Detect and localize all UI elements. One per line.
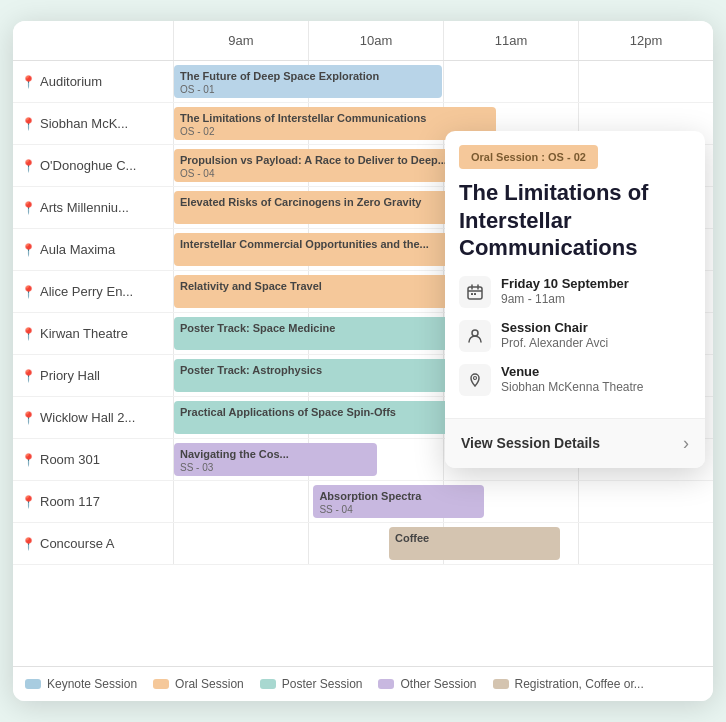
pin-icon: 📍 <box>21 453 36 467</box>
pin-icon: 📍 <box>21 75 36 89</box>
popup-card: Oral Session : OS - 02 The Limitations o… <box>445 131 705 468</box>
pin-icon: 📍 <box>21 537 36 551</box>
venue-label: Auditorium <box>40 74 102 89</box>
venue-label: Alice Perry En... <box>40 284 133 299</box>
chevron-right-icon: › <box>683 433 689 454</box>
legend-oral: Oral Session <box>153 677 244 691</box>
venue-arts: 📍 Arts Millenniu... <box>13 187 173 228</box>
pin-icon: 📍 <box>21 117 36 131</box>
venue-alice: 📍 Alice Perry En... <box>13 271 173 312</box>
session-auditorium[interactable]: The Future of Deep Space Exploration OS … <box>174 65 442 98</box>
session-code: OS - 02 <box>180 126 490 137</box>
schedule-area: 9am 10am 11am 12pm 📍 Auditorium <box>13 21 713 666</box>
registration-label: Registration, Coffee or... <box>515 677 644 691</box>
venue-label: Arts Millenniu... <box>40 200 129 215</box>
legend-keynote: Keynote Session <box>25 677 137 691</box>
legend-registration: Registration, Coffee or... <box>493 677 644 691</box>
session-title: Propulsion vs Payload: A Race to Deliver… <box>180 153 463 167</box>
legend-poster: Poster Session <box>260 677 363 691</box>
session-room117[interactable]: Absorption Spectra SS - 04 <box>313 485 484 518</box>
session-wicklow[interactable]: Practical Applications of Space Spin-Off… <box>174 401 485 434</box>
pin-icon: 📍 <box>21 369 36 383</box>
calendar-icon <box>459 276 491 308</box>
venue-col-header <box>13 21 173 60</box>
venue-siobhan: 📍 Siobhan McK... <box>13 103 173 144</box>
chair-label: Session Chair <box>501 320 691 335</box>
popup-details: Friday 10 September 9am - 11am Ses <box>445 276 705 418</box>
chair-row: Session Chair Prof. Alexander Avci <box>459 320 691 352</box>
session-code: OS - 04 <box>180 168 463 179</box>
other-label: Other Session <box>400 677 476 691</box>
session-arts[interactable]: Elevated Risks of Carcinogens in Zero Gr… <box>174 191 469 224</box>
poster-label: Poster Session <box>282 677 363 691</box>
session-title: Relativity and Space Travel <box>180 279 447 293</box>
venue-concourse: 📍 Concourse A <box>13 523 173 564</box>
time-11am: 11am <box>443 21 578 60</box>
venue-odonoghue: 📍 O'Donoghue C... <box>13 145 173 186</box>
cell-9 <box>173 481 308 522</box>
pin-icon: 📍 <box>21 243 36 257</box>
pin-icon: 📍 <box>21 159 36 173</box>
row-concourse: 📍 Concourse A Coffee <box>13 523 713 565</box>
svg-rect-2 <box>474 293 476 295</box>
session-title: Coffee <box>395 531 554 545</box>
session-title: Practical Applications of Space Spin-Off… <box>180 405 479 419</box>
venue-label: O'Donoghue C... <box>40 158 136 173</box>
row-room117: 📍 Room 117 Absorption Spectra SS - 04 <box>13 481 713 523</box>
cell-12 <box>578 61 713 102</box>
time-12pm: 12pm <box>578 21 713 60</box>
oral-dot <box>153 679 169 689</box>
date-label: Friday 10 September <box>501 276 691 291</box>
row-auditorium: 📍 Auditorium The Future of Deep Space Ex… <box>13 61 713 103</box>
venue-aula: 📍 Aula Maxima <box>13 229 173 270</box>
date-detail: Friday 10 September 9am - 11am <box>501 276 691 306</box>
keynote-label: Keynote Session <box>47 677 137 691</box>
venue-label: Room 301 <box>40 452 100 467</box>
cell-12 <box>578 523 713 564</box>
poster-dot <box>260 679 276 689</box>
cell-9 <box>173 523 308 564</box>
session-aula[interactable]: Interstellar Commercial Opportunities an… <box>174 233 469 266</box>
view-session-button[interactable]: View Session Details › <box>445 418 705 468</box>
time-9am: 9am <box>173 21 308 60</box>
person-icon <box>459 320 491 352</box>
venue-label: Aula Maxima <box>40 242 115 257</box>
venue-label: Kirwan Theatre <box>40 326 128 341</box>
view-session-label: View Session Details <box>461 435 600 451</box>
session-odonoghue[interactable]: Propulsion vs Payload: A Race to Deliver… <box>174 149 469 182</box>
session-room301[interactable]: Navigating the Cos... SS - 03 <box>174 443 377 476</box>
pin-icon: 📍 <box>21 495 36 509</box>
session-concourse[interactable]: Coffee <box>389 527 560 560</box>
session-title: Navigating the Cos... <box>180 447 371 461</box>
time-label: 9am - 11am <box>501 292 691 306</box>
venue-auditorium: 📍 Auditorium <box>13 61 173 102</box>
time-cells-concourse: Coffee <box>173 523 713 564</box>
session-alice[interactable]: Relativity and Space Travel <box>174 275 453 308</box>
session-code: SS - 04 <box>319 504 478 515</box>
session-title: The Future of Deep Space Exploration <box>180 69 436 83</box>
session-title: Elevated Risks of Carcinogens in Zero Gr… <box>180 195 463 209</box>
session-code: OS - 01 <box>180 84 436 95</box>
time-cells-room117: Absorption Spectra SS - 04 <box>173 481 713 522</box>
session-title: Absorption Spectra <box>319 489 478 503</box>
other-dot <box>378 679 394 689</box>
venue-label: Priory Hall <box>40 368 100 383</box>
session-code: SS - 03 <box>180 462 371 473</box>
pin-icon: 📍 <box>21 201 36 215</box>
time-cells-auditorium: The Future of Deep Space Exploration OS … <box>173 61 713 102</box>
legend-other: Other Session <box>378 677 476 691</box>
registration-dot <box>493 679 509 689</box>
date-row: Friday 10 September 9am - 11am <box>459 276 691 308</box>
svg-rect-1 <box>471 293 473 295</box>
session-title: The Limitations of Interstellar Communic… <box>180 111 490 125</box>
venue-wicklow: 📍 Wicklow Hall 2... <box>13 397 173 438</box>
chair-value: Prof. Alexander Avci <box>501 336 691 350</box>
legend-bar: Keynote Session Oral Session Poster Sess… <box>13 666 713 701</box>
venue-label: Siobhan McK... <box>40 116 128 131</box>
time-header: 9am 10am 11am 12pm <box>13 21 713 61</box>
pin-icon: 📍 <box>21 285 36 299</box>
venue-row: Venue Siobhan McKenna Theatre <box>459 364 691 396</box>
venue-label: Concourse A <box>40 536 114 551</box>
popup-title: The Limitations of Interstellar Communic… <box>445 179 705 276</box>
pin-icon: 📍 <box>21 327 36 341</box>
